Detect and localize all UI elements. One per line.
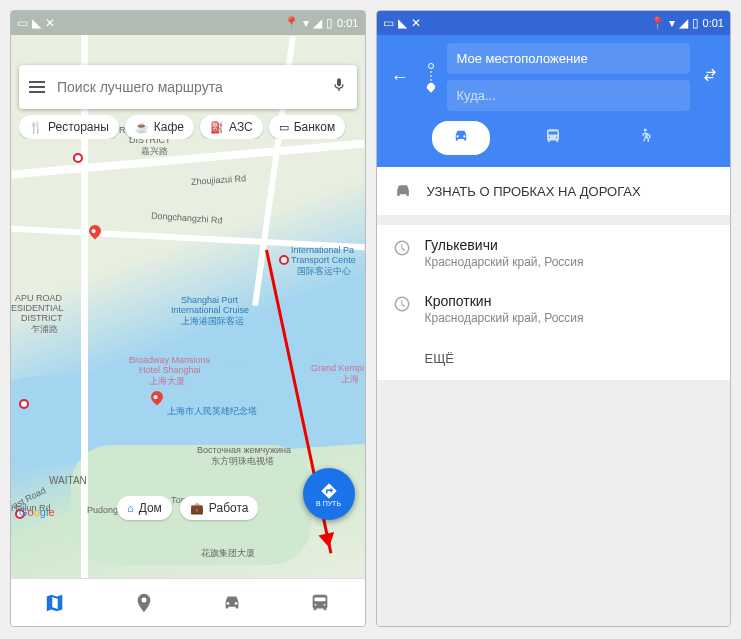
wifi-icon: ▾: [669, 16, 675, 30]
map-label: 东方明珠电视塔: [211, 455, 274, 468]
sb-icon: ◣: [398, 16, 407, 30]
swap-icon: [702, 67, 718, 83]
car-icon: [393, 181, 413, 201]
briefcase-icon: 💼: [190, 502, 204, 515]
map-label: Zhoujiazui Rd: [191, 173, 247, 187]
traffic-label: УЗНАТЬ О ПРОБКАХ НА ДОРОГАХ: [427, 184, 641, 199]
traffic-card[interactable]: УЗНАТЬ О ПРОБКАХ НА ДОРОГАХ: [377, 167, 731, 215]
map-label: Hotel Shanghai: [139, 365, 201, 375]
status-bar: ▭ ◣ ✕ 📍 ▾ ◢ ▯ 0:01: [377, 11, 731, 35]
history-title: Гулькевичи: [425, 237, 584, 253]
destination-input[interactable]: Куда...: [447, 80, 691, 111]
car-icon: [452, 127, 470, 145]
chip-home[interactable]: ⌂Дом: [117, 496, 172, 520]
signal-icon: ◢: [313, 16, 322, 30]
clock: 0:01: [703, 17, 724, 29]
home-icon: ⌂: [127, 502, 134, 514]
map-label: 花旗集团大厦: [201, 547, 255, 560]
directions-header: ← Мое местоположение Куда...: [377, 35, 731, 167]
directions-icon: [320, 482, 338, 500]
sb-icon: ✕: [45, 16, 55, 30]
sb-icon: ◣: [32, 16, 41, 30]
car-icon: [221, 592, 243, 614]
map-label: International Cruise: [171, 305, 249, 315]
map-label: Broadway Mansions: [129, 355, 210, 365]
history-item[interactable]: ГулькевичиКраснодарский край, Россия: [377, 225, 731, 281]
clock-icon: [393, 293, 411, 317]
mode-walk[interactable]: [617, 121, 675, 155]
walk-icon: [637, 127, 655, 145]
map-label: 乍浦路: [31, 323, 58, 336]
map-label: 嘉兴路: [141, 145, 168, 158]
status-bar: ▭ ◣ ✕ 📍 ▾ ◢ ▯ 0:01: [11, 11, 365, 35]
metro-icon: [279, 255, 289, 265]
clock: 0:01: [337, 17, 358, 29]
travel-modes: [385, 121, 723, 155]
map-label: DISTRICT: [21, 313, 63, 323]
chip-restaurants[interactable]: 🍴Рестораны: [19, 115, 119, 139]
phone-maps-main: ▭ ◣ ✕ 📍 ▾ ◢ ▯ 0:01 RESIDENTIAL DISTRICT …: [10, 10, 366, 627]
fork-knife-icon: 🍴: [29, 121, 43, 134]
location-icon: 📍: [650, 16, 665, 30]
history-subtitle: Краснодарский край, Россия: [425, 311, 584, 325]
map-label: 上海港国际客运: [181, 315, 244, 328]
sb-icon: ✕: [411, 16, 421, 30]
fab-label: В ПУТЬ: [316, 500, 341, 507]
map-label: 上海大厦: [149, 375, 185, 388]
chip-cafe[interactable]: ☕Кафе: [125, 115, 194, 139]
sb-icon: ▭: [383, 16, 394, 30]
chip-atm[interactable]: ▭Банком: [269, 115, 345, 139]
gas-icon: ⛽: [210, 121, 224, 134]
nav-saved[interactable]: [99, 579, 187, 626]
clock-icon: [393, 237, 411, 261]
more-button[interactable]: ЕЩЁ: [377, 337, 731, 380]
battery-icon: ▯: [326, 16, 333, 30]
transit-icon: [544, 127, 562, 145]
map-label: Shanghai Port: [181, 295, 238, 305]
map-label: Dongchangzhi Rd: [151, 211, 223, 226]
directions-fab[interactable]: В ПУТЬ: [303, 468, 355, 520]
map-label: Transport Cente: [291, 255, 356, 265]
battery-icon: ▯: [692, 16, 699, 30]
map-icon: [44, 592, 66, 614]
chip-gas[interactable]: ⛽АЗС: [200, 115, 263, 139]
map-label: 上海市人民英雄纪念塔: [167, 405, 257, 418]
history-title: Кропоткин: [425, 293, 584, 309]
history-subtitle: Краснодарский край, Россия: [425, 255, 584, 269]
metro-icon: [19, 399, 29, 409]
category-chips: 🍴Рестораны ☕Кафе ⛽АЗС ▭Банком: [19, 115, 365, 139]
nav-explore[interactable]: [11, 579, 99, 626]
location-icon: 📍: [284, 16, 299, 30]
mode-car[interactable]: [432, 121, 490, 155]
swap-button[interactable]: [698, 63, 722, 91]
coffee-icon: ☕: [135, 121, 149, 134]
search-placeholder: Поиск лучшего маршрута: [57, 79, 319, 95]
atm-icon: ▭: [279, 121, 289, 134]
bus-icon: [309, 592, 331, 614]
route-dots: [423, 63, 439, 91]
history-item[interactable]: КропоткинКраснодарский край, Россия: [377, 281, 731, 337]
bottom-nav: [11, 578, 365, 626]
map-label: APU ROAD: [15, 293, 62, 303]
sb-icon: ▭: [17, 16, 28, 30]
map-label: 上海: [341, 373, 359, 386]
origin-input[interactable]: Мое местоположение: [447, 43, 691, 74]
mode-transit[interactable]: [524, 121, 582, 155]
menu-icon[interactable]: [29, 81, 45, 93]
chip-work[interactable]: 💼Работа: [180, 496, 259, 520]
nav-drive[interactable]: [188, 579, 276, 626]
map-canvas[interactable]: RESIDENTIAL DISTRICT 嘉兴路 Zhoujiazui Rd D…: [11, 35, 365, 578]
history-card: ГулькевичиКраснодарский край, Россия Кро…: [377, 225, 731, 380]
map-label: WAITAN: [49, 475, 87, 486]
directions-content: УЗНАТЬ О ПРОБКАХ НА ДОРОГАХ ГулькевичиКр…: [377, 167, 731, 626]
map-label: 国际客运中心: [297, 265, 351, 278]
poi-pin[interactable]: [87, 223, 104, 240]
search-bar[interactable]: Поиск лучшего маршрута: [19, 65, 357, 109]
wifi-icon: ▾: [303, 16, 309, 30]
map-label: Восточная жемчужина: [197, 445, 291, 455]
metro-icon: [73, 153, 83, 163]
nav-transit[interactable]: [276, 579, 364, 626]
phone-directions: ▭ ◣ ✕ 📍 ▾ ◢ ▯ 0:01 ← Мое местоположение …: [376, 10, 732, 627]
back-button[interactable]: ←: [385, 63, 415, 92]
voice-icon[interactable]: [331, 77, 347, 97]
